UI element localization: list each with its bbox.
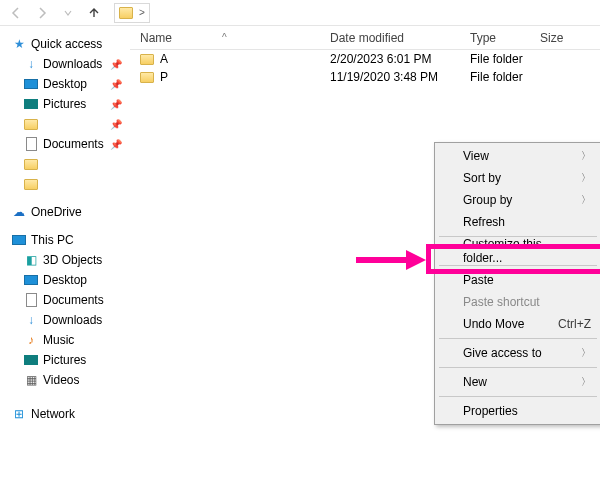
folder-icon (140, 54, 154, 65)
sidebar-item-label: This PC (31, 233, 74, 247)
sidebar-item-folder[interactable] (10, 154, 130, 174)
chevron-right-icon: 〉 (581, 171, 591, 185)
ctx-label: Undo Move (463, 317, 524, 331)
chevron-right-icon: 〉 (581, 193, 591, 207)
sidebar-item-videos[interactable]: ▦ Videos (10, 370, 130, 390)
ctx-paste-shortcut[interactable]: Paste shortcut (437, 291, 599, 313)
pin-icon: 📌 (110, 139, 122, 150)
ctx-label: Group by (463, 193, 512, 207)
ctx-undo[interactable]: Undo MoveCtrl+Z (437, 313, 599, 335)
sidebar-item-label: Quick access (31, 37, 102, 51)
network-icon: ⊞ (12, 407, 26, 421)
up-button[interactable] (84, 3, 104, 23)
ctx-properties[interactable]: Properties (437, 400, 599, 422)
pictures-icon (24, 97, 38, 111)
file-name: A (160, 52, 168, 66)
star-icon: ★ (12, 37, 26, 51)
forward-button[interactable] (32, 3, 52, 23)
pictures-icon (24, 353, 38, 367)
sidebar-item-label: Pictures (43, 97, 86, 111)
file-date: 2/20/2023 6:01 PM (330, 52, 470, 66)
back-button[interactable] (6, 3, 26, 23)
address-bar[interactable]: > (114, 3, 150, 23)
sidebar-item-desktop[interactable]: Desktop 📌 (10, 74, 130, 94)
separator (439, 338, 597, 339)
shortcut-label: Ctrl+Z (558, 317, 591, 331)
download-icon: ↓ (24, 313, 38, 327)
sidebar-item-desktop[interactable]: Desktop (10, 270, 130, 290)
column-name[interactable]: Name (140, 31, 172, 45)
file-row[interactable]: P 11/19/2020 3:48 PM File folder (130, 68, 600, 86)
folder-icon (24, 177, 38, 191)
file-type: File folder (470, 70, 540, 84)
video-icon: ▦ (24, 373, 38, 387)
file-date: 11/19/2020 3:48 PM (330, 70, 470, 84)
column-date[interactable]: Date modified (330, 31, 470, 45)
toolbar: > (0, 0, 600, 26)
sidebar-item-folder[interactable] (10, 174, 130, 194)
column-type[interactable]: Type (470, 31, 540, 45)
ctx-sort-by[interactable]: Sort by〉 (437, 167, 599, 189)
download-icon: ↓ (24, 57, 38, 71)
ctx-label: New (463, 375, 487, 389)
sidebar-onedrive[interactable]: ☁ OneDrive (10, 202, 130, 222)
sidebar-item-downloads[interactable]: ↓ Downloads (10, 310, 130, 330)
recent-dropdown[interactable] (58, 3, 78, 23)
file-list-pane[interactable]: Name ^ Date modified Type Size A 2/20/20… (130, 26, 600, 502)
sidebar-item-3d-objects[interactable]: ◧ 3D Objects (10, 250, 130, 270)
ctx-view[interactable]: View〉 (437, 145, 599, 167)
sidebar-item-label: Downloads (43, 313, 102, 327)
column-headers: Name ^ Date modified Type Size (130, 26, 600, 50)
column-size[interactable]: Size (540, 31, 580, 45)
sidebar-item-music[interactable]: ♪ Music (10, 330, 130, 350)
sidebar-this-pc[interactable]: This PC (10, 230, 130, 250)
pin-icon: 📌 (110, 119, 122, 130)
sidebar-quick-access[interactable]: ★ Quick access (10, 34, 130, 54)
separator (439, 367, 597, 368)
pin-icon: 📌 (110, 79, 122, 90)
ctx-label: Refresh (463, 215, 505, 229)
pc-icon (12, 233, 26, 247)
ctx-refresh[interactable]: Refresh (437, 211, 599, 233)
sidebar-item-documents[interactable]: Documents (10, 290, 130, 310)
ctx-label: Sort by (463, 171, 501, 185)
ctx-label: Paste (463, 273, 494, 287)
folder-icon (24, 157, 38, 171)
sidebar-item-label: Desktop (43, 77, 87, 91)
ctx-label: Properties (463, 404, 518, 418)
folder-icon (119, 7, 133, 19)
sidebar-item-label: Network (31, 407, 75, 421)
chevron-right-icon: 〉 (581, 346, 591, 360)
annotation-highlight (426, 244, 600, 274)
sidebar-item-pictures[interactable]: Pictures 📌 (10, 94, 130, 114)
file-row[interactable]: A 2/20/2023 6:01 PM File folder (130, 50, 600, 68)
document-icon (24, 293, 38, 307)
sidebar-item-pictures[interactable]: Pictures (10, 350, 130, 370)
ctx-new[interactable]: New〉 (437, 371, 599, 393)
file-type: File folder (470, 52, 540, 66)
ctx-label: Paste shortcut (463, 295, 540, 309)
document-icon (24, 137, 38, 151)
sidebar-item-label: Music (43, 333, 74, 347)
chevron-right-icon: > (139, 7, 145, 18)
sidebar-item-label: Downloads (43, 57, 102, 71)
ctx-label: View (463, 149, 489, 163)
file-name: P (160, 70, 168, 84)
nav-pane: ★ Quick access ↓ Downloads 📌 Desktop 📌 P… (0, 26, 130, 502)
desktop-icon (24, 273, 38, 287)
sidebar-item-label: Pictures (43, 353, 86, 367)
chevron-right-icon: 〉 (581, 375, 591, 389)
music-icon: ♪ (24, 333, 38, 347)
sidebar-item-label: Desktop (43, 273, 87, 287)
pin-icon: 📌 (110, 99, 122, 110)
sidebar-item-downloads[interactable]: ↓ Downloads 📌 (10, 54, 130, 74)
cube-icon: ◧ (24, 253, 38, 267)
ctx-give-access[interactable]: Give access to〉 (437, 342, 599, 364)
desktop-icon (24, 77, 38, 91)
sidebar-item-documents[interactable]: Documents 📌 (10, 134, 130, 154)
sidebar-network[interactable]: ⊞ Network (10, 404, 130, 424)
folder-icon (24, 117, 38, 131)
chevron-right-icon: 〉 (581, 149, 591, 163)
ctx-group-by[interactable]: Group by〉 (437, 189, 599, 211)
sidebar-item-folder[interactable]: 📌 (10, 114, 130, 134)
